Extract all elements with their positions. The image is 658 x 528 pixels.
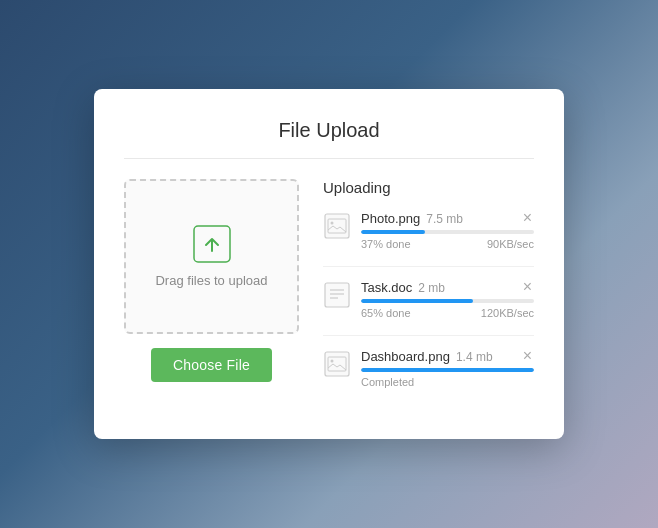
file-1-remove-button[interactable]: ×	[521, 210, 534, 226]
file-2-progress-bar-bg	[361, 299, 534, 303]
file-2-info: Task.doc 2 mb	[361, 280, 445, 295]
file-3-remove-button[interactable]: ×	[521, 348, 534, 364]
drop-zone-wrapper: Drag files to upload Choose File	[124, 179, 299, 382]
file-3-completed-text: Completed	[361, 376, 414, 388]
file-1-progress-bar-fill	[361, 230, 425, 234]
upload-icon	[193, 225, 231, 263]
modal-title: File Upload	[124, 119, 534, 159]
modal-body: Drag files to upload Choose File Uploadi…	[124, 179, 534, 404]
file-2-speed: 120KB/sec	[481, 307, 534, 319]
doc-file-icon	[323, 281, 351, 309]
upload-item-1-content: Photo.png 7.5 mb × 37% done 90KB/sec	[361, 210, 534, 250]
upload-item-1-header: Photo.png 7.5 mb ×	[361, 210, 534, 226]
file-upload-modal: File Upload Drag files to upload Choose …	[94, 89, 564, 439]
svg-point-3	[331, 222, 334, 225]
divider-1	[323, 266, 534, 267]
file-3-footer: Completed	[361, 376, 534, 388]
file-2-name: Task.doc	[361, 280, 412, 295]
image-file-icon-2	[323, 350, 351, 378]
upload-item-2-content: Task.doc 2 mb × 65% done 120KB/sec	[361, 279, 534, 319]
file-3-size: 1.4 mb	[456, 350, 493, 364]
file-1-name: Photo.png	[361, 211, 420, 226]
file-2-size: 2 mb	[418, 281, 445, 295]
drop-zone[interactable]: Drag files to upload	[124, 179, 299, 334]
file-3-info: Dashboard.png 1.4 mb	[361, 349, 493, 364]
upload-section-title: Uploading	[323, 179, 534, 196]
file-2-remove-button[interactable]: ×	[521, 279, 534, 295]
file-3-name: Dashboard.png	[361, 349, 450, 364]
svg-rect-8	[325, 352, 349, 376]
svg-rect-4	[325, 283, 349, 307]
file-2-progress-text: 65% done	[361, 307, 411, 319]
file-1-progress-text: 37% done	[361, 238, 411, 250]
file-1-footer: 37% done 90KB/sec	[361, 238, 534, 250]
svg-point-10	[331, 360, 334, 363]
upload-item-3-header: Dashboard.png 1.4 mb ×	[361, 348, 534, 364]
upload-list-section: Uploading Photo.png 7.5 mb ×	[323, 179, 534, 404]
drop-zone-label: Drag files to upload	[155, 273, 267, 288]
file-1-size: 7.5 mb	[426, 212, 463, 226]
file-1-info: Photo.png 7.5 mb	[361, 211, 463, 226]
upload-item-3: Dashboard.png 1.4 mb × Completed	[323, 348, 534, 388]
file-1-progress-bar-bg	[361, 230, 534, 234]
upload-item-2: Task.doc 2 mb × 65% done 120KB/sec	[323, 279, 534, 319]
divider-2	[323, 335, 534, 336]
file-3-progress-bar-fill	[361, 368, 534, 372]
file-1-speed: 90KB/sec	[487, 238, 534, 250]
file-2-footer: 65% done 120KB/sec	[361, 307, 534, 319]
upload-item: Photo.png 7.5 mb × 37% done 90KB/sec	[323, 210, 534, 250]
upload-item-2-header: Task.doc 2 mb ×	[361, 279, 534, 295]
file-2-progress-bar-fill	[361, 299, 473, 303]
file-3-progress-bar-bg	[361, 368, 534, 372]
svg-rect-1	[325, 214, 349, 238]
image-file-icon	[323, 212, 351, 240]
choose-file-button[interactable]: Choose File	[151, 348, 272, 382]
upload-item-3-content: Dashboard.png 1.4 mb × Completed	[361, 348, 534, 388]
